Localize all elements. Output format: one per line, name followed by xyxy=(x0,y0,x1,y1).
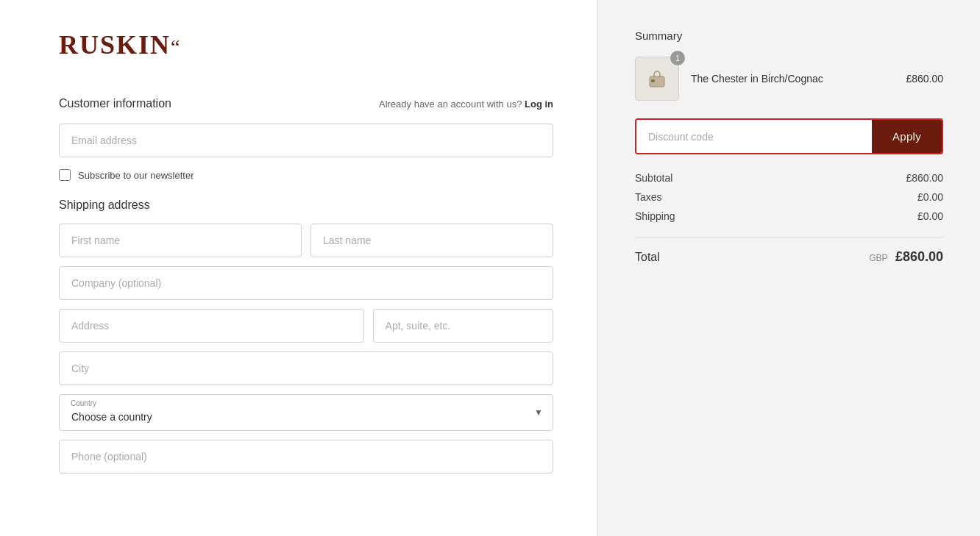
email-input[interactable] xyxy=(59,124,553,157)
product-price: £860.00 xyxy=(906,73,943,85)
subtotal-row: Subtotal £860.00 xyxy=(635,172,943,184)
name-row xyxy=(59,224,553,257)
apt-input[interactable] xyxy=(373,309,553,343)
product-row: 1 The Chester in Birch/Cognac £860.00 xyxy=(635,57,943,101)
first-name-input[interactable] xyxy=(59,224,302,257)
already-account-text: Already have an account with us? Log in xyxy=(379,99,553,110)
company-input[interactable] xyxy=(59,266,553,300)
address-row xyxy=(59,309,553,343)
brand-suffix: “ xyxy=(171,35,181,58)
discount-code-input[interactable] xyxy=(636,120,872,153)
subtotal-value: £860.00 xyxy=(906,172,943,184)
phone-group xyxy=(59,440,553,474)
summary-divider xyxy=(635,237,943,237)
total-currency: GBP xyxy=(869,253,887,263)
product-image-wrapper: 1 xyxy=(635,57,679,101)
taxes-label: Taxes xyxy=(635,191,662,203)
phone-input[interactable] xyxy=(59,440,553,474)
country-group: Country Choose a country ▼ xyxy=(59,394,553,431)
left-panel: RUSKIN“ Customer information Already hav… xyxy=(0,0,597,536)
summary-lines: Subtotal £860.00 Taxes £0.00 Shipping £0… xyxy=(635,172,943,222)
bag-icon xyxy=(645,67,669,90)
total-row: Total GBP £860.00 xyxy=(635,249,943,265)
customer-info-title: Customer information xyxy=(59,97,171,110)
svg-rect-1 xyxy=(651,79,655,82)
last-name-input[interactable] xyxy=(310,224,553,257)
right-panel: Summary 1 The Chester in Birch/Cognac £8… xyxy=(597,0,980,536)
email-group xyxy=(59,124,553,157)
product-name: The Chester in Birch/Cognac xyxy=(691,73,894,85)
apply-button[interactable]: Apply xyxy=(872,120,942,153)
shipping-row: Shipping £0.00 xyxy=(635,210,943,222)
city-input[interactable] xyxy=(59,351,553,385)
total-label: Total xyxy=(635,251,660,264)
shipping-value: £0.00 xyxy=(917,210,943,222)
country-label: Country xyxy=(71,399,96,407)
city-group xyxy=(59,351,553,385)
shipping-title: Shipping address xyxy=(59,199,553,212)
taxes-value: £0.00 xyxy=(917,191,943,203)
total-amount-group: GBP £860.00 xyxy=(869,249,943,265)
newsletter-checkbox[interactable] xyxy=(59,169,71,181)
newsletter-label: Subscribe to our newsletter xyxy=(78,170,194,181)
brand-logo: RUSKIN“ xyxy=(59,29,553,60)
taxes-row: Taxes £0.00 xyxy=(635,191,943,203)
login-link[interactable]: Log in xyxy=(525,99,553,110)
shipping-label: Shipping xyxy=(635,210,675,222)
discount-section: Apply xyxy=(635,118,943,154)
customer-info-header: Customer information Already have an acc… xyxy=(59,97,553,110)
country-select[interactable]: Choose a country xyxy=(59,394,553,431)
product-quantity-badge: 1 xyxy=(670,51,685,65)
address-input[interactable] xyxy=(59,309,364,343)
subtotal-label: Subtotal xyxy=(635,172,672,184)
newsletter-row: Subscribe to our newsletter xyxy=(59,169,553,181)
brand-name: RUSKIN xyxy=(59,30,171,60)
total-value: £860.00 xyxy=(895,249,943,264)
company-group xyxy=(59,266,553,300)
summary-title: Summary xyxy=(635,29,943,42)
